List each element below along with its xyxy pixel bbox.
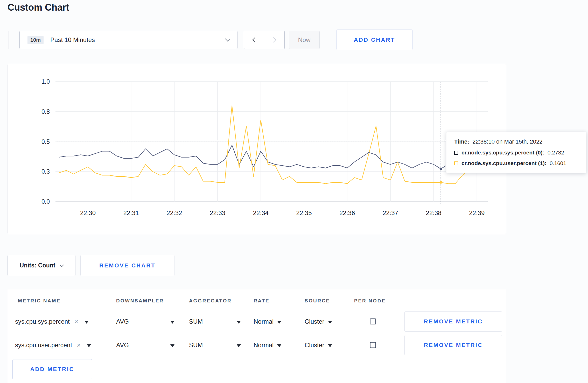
tooltip-time-label: Time: xyxy=(454,138,469,145)
metric-name-value: sys.cpu.user.percent xyxy=(15,342,72,349)
caret-down-icon xyxy=(85,321,89,324)
tooltip-metric-value: 0.2732 xyxy=(548,150,564,156)
col-header-source: SOURCE xyxy=(305,298,330,304)
caret-down-icon xyxy=(237,344,241,347)
source-dropdown[interactable]: Cluster xyxy=(305,335,332,355)
units-dropdown[interactable]: Units: Count xyxy=(8,255,75,276)
tooltip-series-row: cr.node.sys.cpu.sys.percent (0): 0.2732 xyxy=(454,150,578,156)
add-metric-button[interactable]: ADD METRIC xyxy=(12,359,92,379)
aggregator-value: SUM xyxy=(189,342,203,349)
time-pager xyxy=(244,31,285,49)
tooltip-time: Time:22:38:10 on Mar 15th, 2022 xyxy=(454,138,578,145)
x-tick-label: 22:32 xyxy=(166,209,182,216)
aggregator-value: SUM xyxy=(189,318,203,325)
chart-tooltip: Time:22:38:10 on Mar 15th, 2022 cr.node.… xyxy=(446,132,586,173)
remove-chart-button[interactable]: REMOVE CHART xyxy=(80,255,174,276)
rate-dropdown[interactable]: Normal xyxy=(254,311,281,332)
toolbar-divider xyxy=(9,31,9,49)
metrics-table: METRIC NAME DOWNSAMPLER AGGREGATOR RATE … xyxy=(8,289,506,383)
now-button[interactable]: Now xyxy=(289,31,320,49)
col-header-aggregator: AGGREGATOR xyxy=(189,298,232,304)
col-header-per-node: PER NODE xyxy=(354,298,386,304)
caret-down-icon xyxy=(277,321,281,324)
tooltip-metric-value: 0.1601 xyxy=(550,160,566,166)
caret-down-icon xyxy=(277,344,281,347)
metric-name-dropdown[interactable]: sys.cpu.user.percent × xyxy=(15,335,104,355)
hover-point xyxy=(439,168,442,170)
x-tick-label: 22:34 xyxy=(253,209,269,216)
x-tick-label: 22:35 xyxy=(296,209,312,216)
x-tick-label: 22:37 xyxy=(383,209,398,216)
clear-icon[interactable]: × xyxy=(77,342,81,349)
rate-value: Normal xyxy=(254,342,274,349)
x-tick-label: 22:38 xyxy=(426,209,442,216)
col-header-metric-name: METRIC NAME xyxy=(18,298,61,304)
caret-down-icon xyxy=(87,344,91,347)
remove-metric-button[interactable]: REMOVE METRIC xyxy=(404,335,502,355)
source-dropdown[interactable]: Cluster xyxy=(305,311,332,332)
custom-chart-page: Custom Chart 10m Past 10 Minutes Now ADD… xyxy=(0,0,588,383)
caret-down-icon xyxy=(328,321,332,324)
table-row: sys.cpu.user.percent × AVG SUM Normal Cl… xyxy=(8,335,506,355)
rate-dropdown[interactable]: Normal xyxy=(254,335,281,355)
hover-point xyxy=(439,181,442,184)
user-series-swatch-icon xyxy=(454,161,458,165)
remove-metric-button[interactable]: REMOVE METRIC xyxy=(404,311,502,332)
units-label: Units: Count xyxy=(20,262,55,269)
time-range-badge: 10m xyxy=(27,36,44,44)
tooltip-time-value: 22:38:10 on Mar 15th, 2022 xyxy=(472,138,542,145)
table-row: sys.cpu.sys.percent × AVG SUM Normal Clu… xyxy=(8,311,506,332)
x-tick-label: 22:36 xyxy=(339,209,355,216)
chart-panel: 0.00.30.50.81.022:3022:3122:3222:3322:34… xyxy=(8,64,506,234)
source-value: Cluster xyxy=(305,342,324,349)
chevron-down-icon xyxy=(225,36,230,41)
time-next-button[interactable] xyxy=(264,31,285,49)
tooltip-metric-label: cr.node.sys.cpu.user.percent (1): xyxy=(461,160,547,166)
downsampler-dropdown[interactable]: AVG xyxy=(116,311,174,332)
downsampler-value: AVG xyxy=(116,342,129,349)
caret-down-icon xyxy=(328,344,332,347)
time-range-label: Past 10 Minutes xyxy=(50,36,95,44)
chevron-left-icon xyxy=(252,37,257,42)
per-node-checkbox[interactable] xyxy=(370,342,376,348)
per-node-checkbox[interactable] xyxy=(370,318,376,324)
x-tick-label: 22:33 xyxy=(210,209,225,216)
metric-name-value: sys.cpu.sys.percent xyxy=(15,318,70,325)
time-prev-button[interactable] xyxy=(244,31,264,49)
y-tick-label: 0.5 xyxy=(41,138,50,145)
add-chart-button[interactable]: ADD CHART xyxy=(337,30,412,50)
tooltip-series-row: cr.node.sys.cpu.user.percent (1): 0.1601 xyxy=(454,160,578,166)
chevron-right-icon xyxy=(271,37,276,42)
cpu-percent-chart[interactable]: 0.00.30.50.81.022:3022:3122:3222:3322:34… xyxy=(8,64,506,234)
rate-value: Normal xyxy=(254,318,274,325)
y-tick-label: 0.8 xyxy=(41,108,50,115)
series-line-1 xyxy=(59,106,484,184)
x-tick-label: 22:30 xyxy=(80,209,96,216)
y-tick-label: 0.0 xyxy=(41,198,50,205)
source-value: Cluster xyxy=(305,318,324,325)
chevron-down-icon xyxy=(60,263,64,267)
aggregator-dropdown[interactable]: SUM xyxy=(189,311,241,332)
col-header-downsampler: DOWNSAMPLER xyxy=(116,298,164,304)
y-tick-label: 0.3 xyxy=(41,168,50,175)
metric-name-dropdown[interactable]: sys.cpu.sys.percent × xyxy=(15,311,104,332)
col-header-rate: RATE xyxy=(254,298,270,304)
time-range-dropdown[interactable]: 10m Past 10 Minutes xyxy=(19,31,237,49)
tooltip-metric-label: cr.node.sys.cpu.sys.percent (0): xyxy=(461,150,544,156)
aggregator-dropdown[interactable]: SUM xyxy=(189,335,241,355)
y-tick-label: 1.0 xyxy=(41,78,50,85)
x-tick-label: 22:39 xyxy=(469,209,485,216)
downsampler-dropdown[interactable]: AVG xyxy=(116,335,174,355)
caret-down-icon xyxy=(170,344,174,347)
caret-down-icon xyxy=(170,321,174,324)
sys-series-swatch-icon xyxy=(454,151,458,155)
x-tick-label: 22:31 xyxy=(123,209,139,216)
caret-down-icon xyxy=(237,321,241,324)
downsampler-value: AVG xyxy=(116,318,129,325)
clear-icon[interactable]: × xyxy=(74,318,78,325)
page-title: Custom Chart xyxy=(8,2,69,13)
